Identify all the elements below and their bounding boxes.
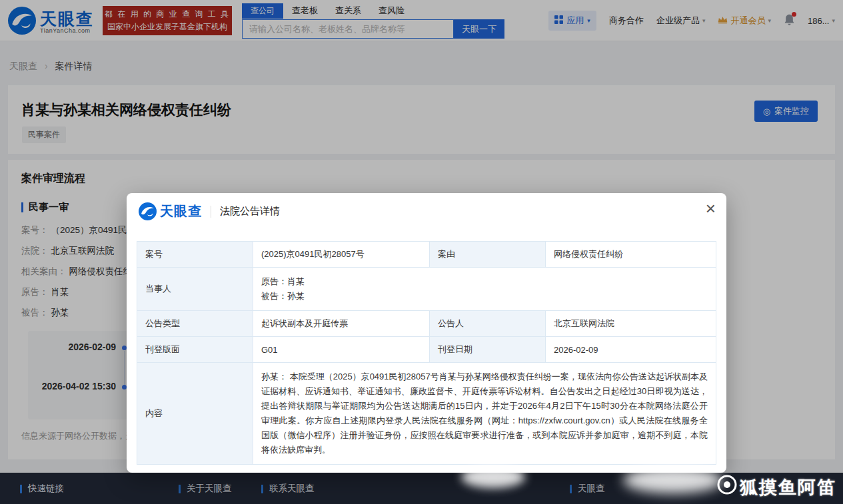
logo-name: 天眼查: [160, 202, 202, 220]
cell-value: 北京互联网法院: [546, 311, 716, 337]
plaintiff-line: 原告：肖某: [261, 274, 708, 289]
cell-label: 刊登版面: [137, 337, 253, 363]
cell-label: 案由: [430, 242, 546, 268]
cell-label: 内容: [137, 363, 253, 465]
watermark: 狐摸鱼阿笛: [717, 475, 836, 499]
camera-icon: [717, 475, 737, 499]
watermark-text: 狐摸鱼阿笛: [740, 475, 836, 499]
table-row: 刊登版面 G01 刊登日期 2026-02-09: [137, 337, 716, 363]
watermark-smudge: [461, 466, 525, 488]
divider: [211, 206, 211, 218]
cell-value: G01: [253, 337, 430, 363]
announcement-content-cell: 孙某： 本院受理（2025）京0491民初28057号肖某与孙某网络侵权责任纠纷…: [253, 363, 716, 465]
modal-title: 法院公告详情: [220, 205, 280, 218]
cell-label: 刊登日期: [430, 337, 546, 363]
cell-value: (2025)京0491民初28057号: [253, 242, 430, 268]
cell-label: 公告类型: [137, 311, 253, 337]
cell-value: 起诉状副本及开庭传票: [253, 311, 430, 337]
cell-label: 当事人: [137, 268, 253, 311]
table-row: 案号 (2025)京0491民初28057号 案由 网络侵权责任纠纷: [137, 242, 716, 268]
cell-value: 网络侵权责任纠纷: [546, 242, 716, 268]
cell-value: 原告：肖某 被告：孙某: [253, 268, 716, 311]
close-icon[interactable]: ×: [706, 200, 716, 217]
cell-label: 案号: [137, 242, 253, 268]
defendant-line: 被告：孙某: [261, 289, 708, 304]
modal-header: 天眼查 法院公告详情 ×: [127, 193, 726, 230]
court-announcement-modal: 天眼查 法院公告详情 × 案号 (2025)京0491民初28057号 案由 网…: [127, 193, 726, 473]
cell-value: 2026-02-09: [546, 337, 716, 363]
watermark-smudge: [623, 467, 723, 493]
announcement-table: 案号 (2025)京0491民初28057号 案由 网络侵权责任纠纷 当事人 原…: [137, 241, 716, 465]
table-row: 公告类型 起诉状副本及开庭传票 公告人 北京互联网法院: [137, 311, 716, 337]
table-row: 当事人 原告：肖某 被告：孙某: [137, 268, 716, 311]
announcement-content: 孙某： 本院受理（2025）京0491民初28057号肖某与孙某网络侵权责任纠纷…: [261, 370, 708, 457]
cell-label: 公告人: [430, 311, 546, 337]
table-row: 内容 孙某： 本院受理（2025）京0491民初28057号肖某与孙某网络侵权责…: [137, 363, 716, 465]
tianyancha-logo-small: 天眼查: [139, 202, 202, 220]
